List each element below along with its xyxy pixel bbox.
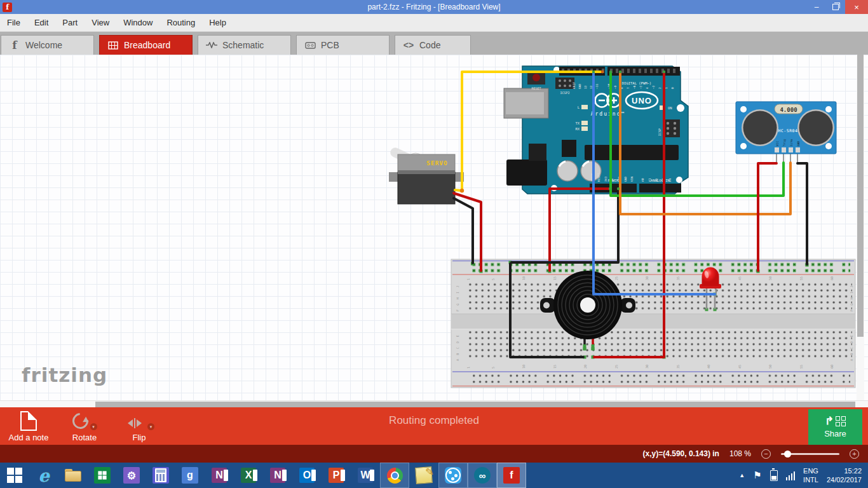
svg-text:3V3: 3V3: [604, 177, 607, 182]
svg-text:A: A: [850, 359, 853, 361]
svg-text:RESET: RESET: [531, 86, 541, 90]
taskbar-calculator-icon[interactable]: [146, 463, 175, 488]
taskbar-fritzing-icon[interactable]: f: [497, 463, 526, 488]
svg-text:ANALOG IN: ANALOG IN: [651, 179, 670, 182]
taskbar-excel-icon[interactable]: X: [234, 463, 263, 488]
svg-text:GND: GND: [624, 177, 627, 182]
taskbar-onenote-2-icon[interactable]: N: [263, 463, 292, 488]
zoom-slider-knob[interactable]: [784, 451, 791, 458]
rotate-button[interactable]: ▾ Rotate: [56, 410, 113, 442]
taskbar-chrome-icon[interactable]: [380, 463, 409, 488]
taskbar-word-icon[interactable]: W: [351, 463, 380, 488]
taskbar-file-explorer-icon[interactable]: [58, 463, 88, 488]
share-button[interactable]: ↱ Share: [808, 409, 862, 445]
breadboard-view-canvas[interactable]: 1155101015152020252530303535404045455050…: [0, 55, 868, 407]
zoom-in-button[interactable]: +: [850, 449, 859, 459]
arduino-uno[interactable]: RESET ICSP2 L TX RX: [504, 66, 688, 194]
svg-text:G: G: [456, 304, 459, 306]
wire-sensor-vcc-red[interactable]: [758, 163, 776, 271]
close-button[interactable]: ×: [845, 0, 868, 14]
menu-window[interactable]: Window: [116, 14, 159, 31]
taskbar-arduino-ide-icon[interactable]: ∞: [468, 463, 497, 488]
menu-file[interactable]: File: [0, 14, 27, 31]
wire-servo-ground-black[interactable]: [454, 198, 473, 263]
tab-breadboard[interactable]: Breadboard: [99, 35, 193, 55]
svg-text:A: A: [456, 359, 459, 361]
menu-view[interactable]: View: [85, 14, 116, 31]
tab-welcome[interactable]: f Welcome: [1, 35, 94, 55]
menu-part[interactable]: Part: [55, 14, 85, 31]
taskbar-powerpoint-icon[interactable]: P: [322, 463, 351, 488]
menu-help[interactable]: Help: [202, 14, 233, 31]
clock[interactable]: 15:2224/02/2017: [827, 466, 862, 484]
windows-taskbar: e⚙gNXNOPW✎∞f ▲ ⚑ ENGINTL 15:2224/02/2017: [0, 463, 868, 488]
menu-edit[interactable]: Edit: [27, 14, 55, 31]
svg-text:5: 5: [491, 278, 495, 280]
servo-label: SERVO: [426, 159, 448, 166]
svg-text:C: C: [850, 347, 853, 349]
taskbar-windows-store-icon[interactable]: [88, 463, 117, 488]
svg-text:A1: A1: [648, 178, 651, 182]
taskbar-settings-icon[interactable]: ⚙: [117, 463, 146, 488]
svg-text:ICSP: ICSP: [658, 128, 661, 136]
battery-icon[interactable]: [770, 470, 778, 481]
svg-text:20: 20: [583, 365, 587, 369]
tray-expand-icon[interactable]: ▲: [739, 472, 745, 478]
tab-pcb[interactable]: PCB: [296, 35, 390, 55]
svg-text:Echo: Echo: [790, 139, 793, 146]
flip-button[interactable]: ▾ Flip: [111, 410, 168, 442]
taskbar-onenote-icon[interactable]: N: [205, 463, 234, 488]
horizontal-scrollbar[interactable]: [0, 400, 868, 407]
breadboard-component[interactable]: 1155101015152020252530303535404045455050…: [451, 259, 855, 388]
wire-5v-red[interactable]: [550, 189, 610, 271]
flip-dropdown-arrow[interactable]: ▾: [147, 423, 154, 430]
svg-text:45: 45: [738, 276, 742, 280]
taskbar-sticky-notes-icon[interactable]: ✎: [409, 463, 438, 488]
bottom-toolbar: Routing completed Add a note ▾ Rotate ▾ …: [0, 407, 868, 445]
breadboard-grid-icon: [107, 41, 119, 50]
tab-schematic[interactable]: Schematic: [198, 35, 291, 55]
menu-routing[interactable]: Routing: [159, 14, 202, 31]
svg-text:1: 1: [466, 278, 470, 280]
svg-text:AREF: AREF: [573, 82, 576, 89]
vertical-scrollbar-thumb[interactable]: [857, 55, 864, 337]
action-center-flag-icon[interactable]: ⚑: [753, 470, 761, 481]
flip-icon: [124, 413, 146, 428]
zoom-slider[interactable]: [781, 453, 839, 455]
minimize-button[interactable]: –: [807, 0, 826, 14]
schematic-waveform-icon: [206, 42, 217, 48]
svg-text:H: H: [456, 297, 459, 299]
taskbar-internet-explorer-icon[interactable]: e: [29, 463, 58, 488]
svg-text:60: 60: [830, 365, 834, 369]
taskbar-outlook-icon[interactable]: O: [292, 463, 322, 488]
svg-text:40: 40: [707, 365, 710, 369]
ultrasonic-sensor-hcsr04[interactable]: 4.000 HC-SR04 VCCTrigEchoGND: [736, 102, 836, 164]
language-indicator[interactable]: ENGINTL: [803, 466, 818, 484]
taskbar-shareit-icon[interactable]: [438, 463, 468, 488]
vertical-scrollbar[interactable]: [857, 55, 864, 400]
svg-text:A2: A2: [655, 178, 658, 182]
fritzing-watermark: fritzing: [22, 363, 107, 386]
svg-text:I: I: [850, 292, 853, 294]
horizontal-scrollbar-thumb[interactable]: [95, 402, 855, 407]
svg-text:RESET: RESET: [597, 173, 600, 182]
fritzing-logo-icon: f: [9, 39, 20, 51]
wire-gnd-black[interactable]: [512, 189, 618, 262]
servo-motor[interactable]: SERVO: [389, 152, 464, 204]
svg-text:UNO: UNO: [632, 96, 652, 105]
code-icon: <>: [403, 40, 414, 50]
svg-text:25: 25: [614, 276, 618, 280]
taskbar-start-icon[interactable]: [0, 463, 29, 488]
taskbar-google-icon[interactable]: g: [175, 463, 205, 488]
restore-button[interactable]: [826, 0, 845, 14]
wire-sensor-gnd-black[interactable]: [797, 163, 807, 264]
svg-text:55: 55: [799, 276, 803, 280]
svg-text:~6: ~6: [633, 85, 636, 89]
tab-code[interactable]: <> Code: [395, 35, 471, 55]
svg-text:D: D: [850, 341, 853, 343]
zoom-out-button[interactable]: −: [761, 449, 771, 459]
sensor-pin-legs: [776, 152, 797, 164]
add-note-button[interactable]: Add a note: [0, 410, 57, 442]
svg-text:50: 50: [768, 365, 772, 369]
network-signal-icon[interactable]: [786, 471, 796, 480]
